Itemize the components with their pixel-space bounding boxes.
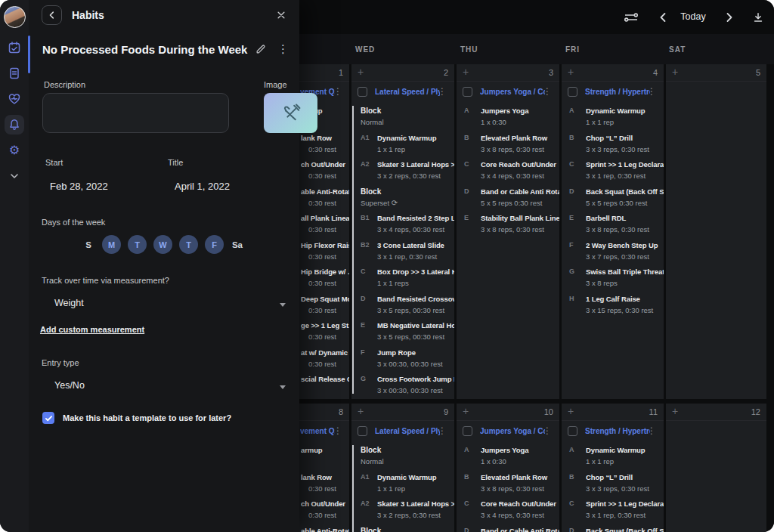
workout-card[interactable]: Jumpers Yoga / Core⋮AJumpers Yoga1 x 0:3… [457,425,559,532]
exercise-row[interactable]: ge >> 1 Leg St...0:30 rest [300,320,349,340]
exercise-row[interactable]: FJump Rope3 x 00:30, 00:30 rest [354,348,454,367]
exercise-row[interactable]: CBox Drop >> 3 Lateral H...1 x 1 reps [354,267,454,286]
workout-checkbox[interactable] [463,426,472,436]
habit-image[interactable] [264,93,317,133]
calendar-day-cell[interactable]: +5 [666,64,766,399]
document-icon[interactable] [5,63,24,83]
add-entry-button[interactable]: + [568,405,574,417]
workout-title[interactable]: Lateral Speed / Plyo [375,427,440,435]
chevron-left-icon[interactable] [655,10,671,25]
chevron-right-icon[interactable] [721,10,738,25]
exercise-row[interactable]: A2Skater 3 Lateral Hops >> ...3 x 2 reps… [354,499,454,518]
day-toggle-w[interactable]: W [153,235,172,254]
add-entry-button[interactable]: + [568,66,574,78]
add-entry-button[interactable]: + [672,405,678,417]
exercise-row[interactable]: BChop “L” Drill3 x 3 reps, 0:30 rest [562,472,664,492]
edit-pencil-icon[interactable] [255,44,266,54]
measurement-select[interactable]: Weight [42,295,287,315]
exercise-row[interactable]: ADynamic Warmup1 x 1 rep [562,445,664,465]
workout-menu-icon[interactable]: ⋮ [543,86,552,97]
workout-menu-icon[interactable]: ⋮ [438,86,447,97]
workout-title[interactable]: Lateral Speed / Plyo [375,88,440,96]
today-button[interactable]: Today [672,11,714,22]
workout-card[interactable]: Strength / Hypertro...⋮ADynamic Warmup1 … [562,86,664,314]
add-entry-button[interactable]: + [358,66,364,78]
exercise-row[interactable]: Hip Bridge w/ ...0:30 rest [300,267,349,286]
calendar-icon[interactable] [5,38,24,57]
exercise-row[interactable]: GSwiss Ball Triple Threat3 x 8 reps [562,267,664,286]
entry-type-select[interactable]: Yes/No [42,378,287,397]
back-button[interactable] [42,5,62,25]
workout-menu-icon[interactable]: ⋮ [543,425,552,436]
exercise-row[interactable]: ch Out/Under0:30 rest [300,159,349,179]
day-toggle-sa[interactable]: Sa [231,235,244,254]
exercise-row[interactable]: GCross Footwork Jump Rope3 x 00:30, 00:3… [354,374,454,394]
exercise-row[interactable]: BElevated Plank Row3 x 8 reps, 0:30 rest [457,133,559,153]
workout-menu-icon[interactable]: ⋮ [333,425,342,436]
filter-icon[interactable] [623,10,639,25]
add-entry-button[interactable]: + [463,66,469,78]
exercise-row[interactable]: A1Dynamic Warmup1 x 1 rep [354,133,454,153]
workout-menu-icon[interactable]: ⋮ [647,86,656,97]
chevron-down-icon[interactable] [5,166,24,186]
exercise-row[interactable]: CCore Reach Out/Under3 x 4 reps, 0:30 re… [457,499,559,518]
add-entry-button[interactable]: + [358,405,364,417]
day-toggle-s[interactable]: S [82,235,95,254]
workout-card[interactable]: Lateral Speed / Plyo⋮BlockNormalA1Dynami… [351,86,454,394]
exercise-row[interactable]: B23 Cone Lateral Slide3 x 1 rep, 0:30 re… [354,240,454,260]
workout-checkbox[interactable] [358,87,367,97]
exercise-row[interactable]: ch Out/Under0:30 rest [300,499,349,518]
gear-icon[interactable]: ⚙ [5,141,24,160]
exercise-row[interactable]: all Plank Linear ...0:30 rest [300,213,349,233]
day-toggle-t[interactable]: T [179,235,198,254]
exercise-row[interactable]: B1Band Resisted 2 Step Late...3 x 4 reps… [354,213,454,233]
workout-title[interactable]: Strength / Hypertro... [585,88,650,96]
calendar-day-cell[interactable]: +12 [666,404,766,532]
calendar-day-cell[interactable]: +11Strength / Hypertro...⋮ADynamic Warmu… [562,404,664,532]
exercise-row[interactable]: DBand Resisted Crossover...3 x 5 reps, 0… [354,294,454,314]
download-icon[interactable] [750,10,766,25]
workout-card[interactable]: Jumpers Yoga / Core⋮AJumpers Yoga1 x 0:3… [457,86,559,233]
calendar-day-cell[interactable]: +9Lateral Speed / Plyo⋮BlockNormalA1Dyna… [351,404,454,532]
calendar-day-cell[interactable]: 8vement Q...⋮armuplank Row0:30 restch Ou… [299,404,349,532]
exercise-row[interactable]: armup [300,445,349,465]
exercise-row[interactable]: A1Dynamic Warmup1 x 1 rep [354,472,454,492]
bell-icon[interactable] [5,115,24,135]
add-entry-button[interactable]: + [672,66,678,78]
exercise-row[interactable]: DBand or Cable Anti Rotati... [457,526,559,532]
add-custom-measurement-link[interactable]: Add custom measurement [40,325,144,334]
exercise-row[interactable]: DBand or Cable Anti Rotati...5 x 5 reps … [457,187,559,206]
exercise-row[interactable]: able Anti-Rotati... [300,526,349,532]
day-toggle-m[interactable]: M [102,235,121,254]
description-input[interactable] [42,93,229,133]
exercise-row[interactable]: AJumpers Yoga1 x 0:30 [457,445,559,465]
exercise-row[interactable]: EMB Negative Lateral Hop...3 x 5 reps, 0… [354,320,454,340]
add-entry-button[interactable]: + [463,405,469,417]
workout-checkbox[interactable] [568,87,577,97]
workout-checkbox[interactable] [463,87,472,97]
start-date-value[interactable]: Feb 28, 2022 [50,181,108,192]
workout-card[interactable]: vement Q...⋮armuplank Row0:30 restch Out… [299,425,349,532]
exercise-row[interactable]: EBarbell RDL3 x 8 reps, 0:30 rest [562,213,664,233]
exercise-row[interactable]: DBack Squat (Back Off Set) [562,526,664,532]
avatar[interactable] [4,6,26,28]
exercise-row[interactable]: ADynamic Warmup1 x 1 rep [562,106,664,125]
exercise-row[interactable]: BChop “L” Drill3 x 3 reps, 0:30 rest [562,133,664,153]
exercise-row[interactable]: CSprint >> 1 Leg Declarations3 x 1 rep, … [562,159,664,179]
workout-title[interactable]: Jumpers Yoga / Core [480,88,545,96]
exercise-row[interactable]: A2Skater 3 Lateral Hops >> ...3 x 2 reps… [354,159,454,179]
exercise-row[interactable]: lank Row0:30 rest [300,472,349,492]
calendar-day-cell[interactable]: +4Strength / Hypertro...⋮ADynamic Warmup… [562,64,664,399]
workout-title[interactable]: vement Q... [300,427,335,435]
exercise-row[interactable]: EStability Ball Plank Linear ...3 x 8 re… [457,213,559,233]
exercise-row[interactable]: CSprint >> 1 Leg Declarations3 x 1 rep, … [562,499,664,518]
exercise-row[interactable]: BElevated Plank Row3 x 8 reps, 0:30 rest [457,472,559,492]
exercise-row[interactable]: F2 Way Bench Step Up3 x 7 reps, 0:30 res… [562,240,664,260]
template-checkbox[interactable] [42,412,54,424]
workout-title[interactable]: Strength / Hypertro... [585,427,650,435]
workout-checkbox[interactable] [358,426,367,436]
health-icon[interactable] [5,89,24,109]
calendar-day-cell[interactable]: +2Lateral Speed / Plyo⋮BlockNormalA1Dyna… [351,64,454,399]
day-toggle-f[interactable]: F [205,235,224,254]
workout-card[interactable]: Strength / Hypertro...⋮ADynamic Warmup1 … [562,425,664,532]
